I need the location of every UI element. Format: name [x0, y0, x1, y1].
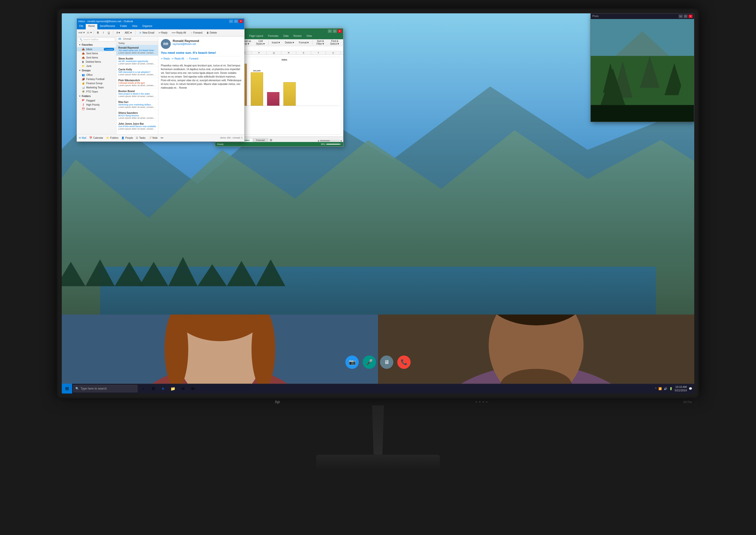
taskbar-edge-icon[interactable]: e — [159, 385, 167, 393]
nav-mail[interactable]: ✉ Mail — [79, 136, 86, 139]
outlook-minimize-button[interactable]: ─ — [229, 19, 233, 23]
email-item-5[interactable]: Rita Farr Stretching your marketing doll… — [116, 99, 158, 110]
delete-button[interactable]: 🗑 Delete — [205, 31, 219, 35]
new-email-button[interactable]: 📧 New Email — [137, 31, 156, 35]
nav-inbox[interactable]: 📥 Inbox 3 unread — [77, 47, 116, 51]
excel-tab-formulas[interactable]: Formulas — [266, 34, 281, 39]
font-color-button[interactable]: A▼ — [115, 31, 122, 35]
person-maximize-button[interactable]: □ — [683, 14, 687, 18]
taskbar-clock[interactable]: 10:10 AM 5/21/2019 — [675, 385, 687, 392]
excel-delete-btn[interactable]: Delete▼ — [283, 41, 296, 44]
email-item-1[interactable]: Steve Austin 4& Mil. Investment opportun… — [116, 56, 158, 67]
col-header-q[interactable]: Q — [267, 51, 282, 55]
excel-insert-btn[interactable]: Insert▼ — [270, 41, 282, 44]
nav-finance-group[interactable]: 💰 Finance Group — [77, 81, 116, 85]
excel-cell-styles-btn[interactable]: Cell Styles▼ — [254, 39, 267, 46]
excel-sort-filter-btn[interactable]: Sort & Filter▼ — [314, 39, 327, 46]
reply-all-button[interactable]: ↩↩ Reply All — [170, 31, 188, 35]
excel-format-btn[interactable]: Format▼ — [297, 41, 311, 44]
outlook-tab-view[interactable]: View — [130, 24, 140, 29]
email-item-3[interactable]: Piotr Nikolaievitch Colossal results at … — [116, 77, 158, 88]
network-icon[interactable]: 📶 — [658, 387, 662, 390]
folders-section[interactable]: ▼ Folders — [77, 94, 116, 99]
outlook-tab-file[interactable]: File — [77, 24, 86, 29]
nav-tasks[interactable]: ☑ Tasks — [136, 136, 145, 139]
excel-tab-page-layout[interactable]: Page Layout — [247, 34, 266, 39]
email-item-2[interactable]: Carrie Kelly Still interested in a cat a… — [116, 67, 158, 77]
filter-all[interactable]: All — [118, 38, 121, 40]
forward-button[interactable]: → Forward — [189, 31, 204, 35]
notifications-icon[interactable]: 💬 — [689, 387, 692, 390]
taskbar-task-view[interactable]: ⧉ — [149, 385, 157, 393]
reply-button[interactable]: ↩ Reply — [157, 31, 169, 35]
font-selector[interactable]: Aral ▼ — [78, 31, 85, 34]
nav-flagged[interactable]: 🚩 Flagged — [77, 99, 116, 103]
taskbar-search-box[interactable]: 🔍 Type here to search — [73, 385, 137, 392]
taskbar-store-icon[interactable]: 🛍 — [189, 385, 197, 393]
nav-overdue[interactable]: ⏰ Overdue — [77, 107, 116, 111]
nav-pto-team[interactable]: 🌴 PTO Team — [77, 90, 116, 94]
excel-scroll-bar[interactable]: ◀ ▶ — [318, 140, 342, 142]
outlook-close-button[interactable]: ✕ — [239, 19, 243, 23]
nav-marketing-team[interactable]: 📊 Marketing Team — [77, 85, 116, 90]
add-sheet-button[interactable]: ⊕ — [268, 138, 274, 142]
email-item-4[interactable]: Boston Brand New project is dead in the … — [116, 88, 158, 99]
taskbar-cortana[interactable]: ○ — [139, 385, 147, 393]
excel-formula-input[interactable] — [234, 47, 342, 50]
groups-section[interactable]: ▼ Groups — [77, 68, 116, 73]
person-close-button[interactable]: ✕ — [688, 14, 692, 18]
excel-close-button[interactable]: ✕ — [338, 29, 342, 33]
col-header-u[interactable]: U — [326, 51, 341, 55]
outlook-tab-folder[interactable]: Folder — [118, 24, 130, 29]
bold-button[interactable]: B — [95, 31, 101, 35]
nav-office[interactable]: 👥 Office — [77, 73, 116, 77]
col-header-r[interactable]: R — [282, 51, 296, 55]
nav-fantasy-football[interactable]: 🏈 Fantasy Football — [77, 77, 116, 81]
outlook-tab-organize[interactable]: Organize — [140, 24, 155, 29]
reply-all-action[interactable]: ↩ Reply All — [172, 57, 184, 60]
nav-sent-items-2[interactable]: 📤 Sent Items — [77, 56, 116, 60]
email-item-0[interactable]: Ronald Raymond You need some sun. It's b… — [116, 45, 158, 56]
excel-zoom-control[interactable]: 95% — [321, 143, 341, 145]
outlook-window[interactable]: Inbox - ronald.raymond@thoorn.net - Outl… — [76, 18, 245, 142]
excel-tab-data[interactable]: Data — [281, 34, 291, 39]
col-header-t[interactable]: T — [311, 51, 326, 55]
nav-note[interactable]: 📝 Note — [148, 136, 158, 139]
email-item-7[interactable]: John Jones Juice Bar Out-of-this-world f… — [116, 121, 158, 132]
nav-folders-bottom[interactable]: 📁 Folders — [106, 136, 118, 139]
scroll-left[interactable]: ◀ — [318, 140, 319, 142]
start-button[interactable]: ⊞ — [62, 384, 72, 394]
person-window[interactable]: Photo ─ □ ✕ — [590, 13, 694, 122]
highlight-button[interactable]: ABC▼ — [123, 31, 134, 35]
excel-minimize-button[interactable]: ─ — [328, 29, 332, 33]
taskbar-mail-icon[interactable]: ✉ — [179, 385, 187, 393]
excel-find-select-btn[interactable]: Find & Select▼ — [328, 39, 342, 46]
nav-people[interactable]: 👤 People — [121, 136, 133, 139]
reply-action[interactable]: ↩ Reply — [161, 57, 170, 60]
nav-sent-items-1[interactable]: 📤 Sent Items — [77, 51, 116, 56]
excel-tab-review[interactable]: Review — [291, 34, 304, 39]
battery-icon[interactable]: 🔋 — [669, 387, 673, 390]
font-size-selector[interactable]: 11 ▼ — [87, 31, 92, 34]
sheet-tab-forecast[interactable]: Forecast — [253, 138, 268, 142]
nav-more[interactable]: ••• — [161, 136, 163, 139]
outlook-maximize-button[interactable]: □ — [234, 19, 238, 23]
nav-calendar[interactable]: 📅 Calendar — [89, 136, 103, 139]
col-header-s[interactable]: S — [296, 51, 311, 55]
scroll-right[interactable]: ▶ — [341, 140, 342, 142]
nav-deleted-items[interactable]: 🗑 Deleted Items — [77, 60, 116, 64]
underline-button[interactable]: U — [106, 31, 111, 35]
nav-junk[interactable]: 📁 Junk — [77, 64, 116, 68]
col-header-p[interactable]: P — [252, 51, 267, 55]
outlook-tab-home[interactable]: Home — [86, 24, 97, 29]
italic-button[interactable]: I — [101, 31, 106, 35]
system-tray-chevron[interactable]: ^ — [655, 387, 656, 390]
nav-search-box[interactable]: 🔍 Search Mailbox — [78, 38, 115, 42]
excel-tab-view[interactable]: View — [304, 34, 315, 39]
filter-unread[interactable]: Unread — [123, 38, 131, 40]
person-minimize-button[interactable]: ─ — [679, 14, 682, 18]
taskbar-folder-icon[interactable]: 📁 — [169, 385, 177, 393]
excel-maximize-button[interactable]: □ — [333, 29, 337, 33]
zoom-slider[interactable] — [326, 144, 341, 145]
volume-icon[interactable]: 🔊 — [664, 387, 667, 390]
